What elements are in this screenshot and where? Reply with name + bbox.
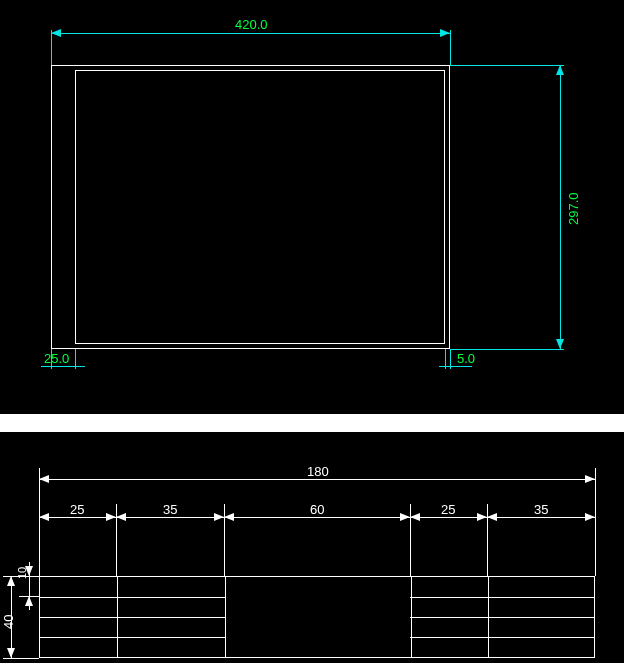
dim-width-value: 420.0 <box>235 18 268 31</box>
dim-c1: 25 <box>70 503 84 516</box>
dim-block-height-value: 40 <box>2 615 15 629</box>
dim-c3: 60 <box>310 503 324 516</box>
cad-titleblock-drawing: 180 25 35 60 25 35 <box>0 432 624 663</box>
dim-total-value: 180 <box>307 465 329 478</box>
titleblock-grid <box>39 576 595 658</box>
dim-c4: 25 <box>441 503 455 516</box>
dim-right-margin-value: 5.0 <box>457 352 475 365</box>
cad-sheet-drawing: 420.0 297.0 25.0 5.0 <box>0 0 624 414</box>
dim-c2: 35 <box>163 503 177 516</box>
dim-row-small-value: 10 <box>17 567 28 579</box>
dim-c5: 35 <box>534 503 548 516</box>
dim-left-margin-value: 25.0 <box>44 352 69 365</box>
dim-height-value: 297.0 <box>567 192 580 225</box>
inner-frame <box>75 70 445 344</box>
